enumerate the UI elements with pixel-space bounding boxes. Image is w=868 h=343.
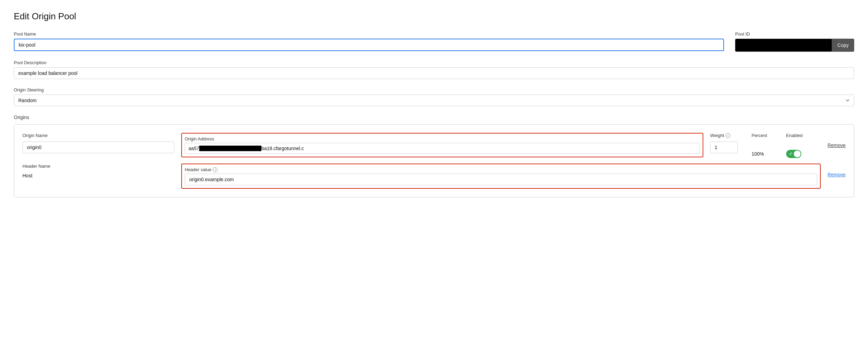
origin-steering-label: Origin Steering <box>14 87 854 92</box>
weight-info-icon: i <box>725 133 730 138</box>
origin-name-input[interactable] <box>22 141 174 153</box>
enabled-toggle[interactable]: ✓ <box>786 150 801 158</box>
header-value-group: Header value i <box>181 164 821 189</box>
origins-label: Origins <box>14 115 854 120</box>
pool-description-input[interactable] <box>14 67 854 79</box>
origin-address-group: Origin Address aa57 ba18.cfargotunnel.c <box>181 133 703 157</box>
header-row: Header Name Host Header value i Remove <box>22 164 846 189</box>
header-value-info-icon: i <box>213 167 218 172</box>
pool-id-field <box>735 39 832 52</box>
weight-group: Weight i <box>710 133 745 153</box>
weight-input[interactable] <box>710 141 738 153</box>
pool-id-group: Copy <box>735 39 854 52</box>
header-name-label: Header Name <box>22 164 174 169</box>
pool-name-input[interactable] <box>14 39 724 51</box>
address-prefix: aa57 <box>189 146 199 151</box>
address-suffix: ba18.cfargotunnel.c <box>261 146 304 151</box>
copy-button[interactable]: Copy <box>832 39 854 52</box>
pool-name-label: Pool Name <box>14 31 724 37</box>
header-remove-link[interactable]: Remove <box>828 164 846 177</box>
pool-id-label: Pool ID <box>735 31 854 37</box>
origin-steering-select[interactable]: Random Round Robin Least Outstanding Req… <box>14 95 854 106</box>
percent-group: Percent 100% <box>752 133 779 157</box>
header-value-label: Header value i <box>185 167 817 172</box>
origin-row: Origin Name Origin Address aa57 ba18.cfa… <box>22 133 846 158</box>
header-name-group: Header Name Host <box>22 164 174 181</box>
origin-address-input[interactable]: aa57 ba18.cfargotunnel.c <box>185 143 700 154</box>
enabled-label: Enabled <box>786 133 821 138</box>
pool-description-label: Pool Description <box>14 60 854 65</box>
percent-value: 100% <box>752 141 779 157</box>
origin-name-group: Origin Name <box>22 133 174 153</box>
origin-address-label: Origin Address <box>185 136 700 141</box>
page-title: Edit Origin Pool <box>14 11 854 22</box>
origin-remove-link[interactable]: Remove <box>828 143 846 148</box>
header-value-input[interactable] <box>185 174 817 185</box>
weight-label: Weight i <box>710 133 745 138</box>
percent-label: Percent <box>752 133 779 138</box>
origins-container: Origin Name Origin Address aa57 ba18.cfa… <box>14 124 854 197</box>
header-name-value: Host <box>22 170 174 181</box>
toggle-check-icon: ✓ <box>789 151 792 156</box>
address-redacted <box>199 146 261 151</box>
enabled-group: Enabled ✓ <box>786 133 821 158</box>
origin-name-label: Origin Name <box>22 133 174 138</box>
